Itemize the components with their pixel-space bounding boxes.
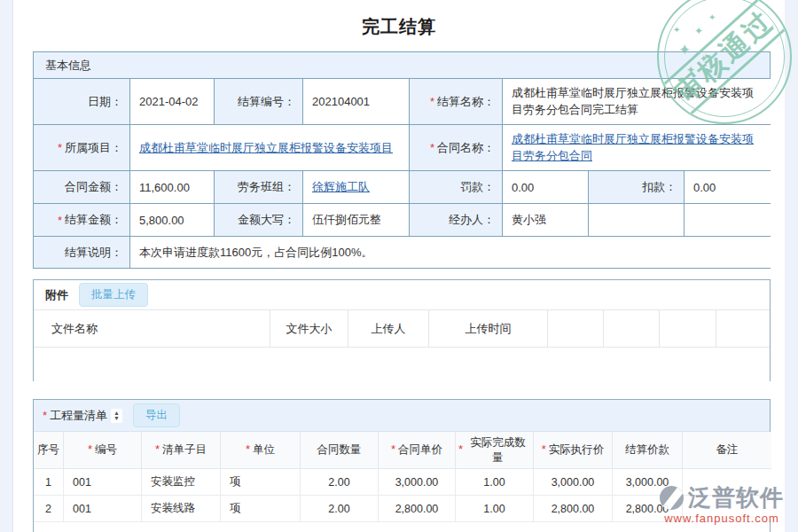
col-contract-price: *合同单价 <box>379 432 456 469</box>
row-seq: 2 <box>34 496 64 522</box>
deduction-label: 扣款： <box>589 171 685 204</box>
note-label: 结算说明： <box>34 237 130 268</box>
amount-words-label: 金额大写： <box>215 204 303 237</box>
empty-column <box>716 310 771 347</box>
row-contract-price: 2,800.00 <box>379 496 456 522</box>
attachments-empty-body <box>34 348 770 381</box>
row-seq: 1 <box>34 469 64 496</box>
file-name-column: 文件名称 <box>34 310 270 347</box>
row-contract-qty: 2.00 <box>301 469 379 496</box>
empty-column <box>660 310 716 347</box>
empty-cell <box>589 204 685 237</box>
row-actual-price: 3,000.00 <box>534 469 613 496</box>
row-settle-amount: 3,000.00 <box>613 469 683 496</box>
contract-name-label: *合同名称： <box>410 125 503 171</box>
file-size-column: 文件大小 <box>270 310 348 347</box>
row-unit: 项 <box>221 496 301 522</box>
boq-panel: * 工程量清单 ▲▼ 导出 序号 *编号 *清单子目 *单位 合同数量 *合同单… <box>33 399 771 532</box>
uploader-column: 上传人 <box>348 310 429 347</box>
col-item: *清单子目 <box>142 432 221 469</box>
row-contract-price: 3,000.00 <box>379 469 456 496</box>
basic-info-grid: 日期： 2021-04-02 结算编号： 202104001 *结算名称： 成都… <box>34 79 770 268</box>
fine-value: 0.00 <box>503 171 589 204</box>
row-item: 安装线路 <box>142 496 221 522</box>
attachments-panel: 附件 批量上传 文件名称 文件大小 上传人 上传时间 <box>33 279 771 381</box>
required-mark: * <box>430 95 434 108</box>
row-actual-qty: 1.00 <box>456 469 534 496</box>
contract-amount-value: 11,600.00 <box>130 171 215 204</box>
col-settle-amount: 结算价款 <box>613 432 683 469</box>
settlement-name-label: *结算名称： <box>410 79 503 125</box>
date-label: 日期： <box>34 79 130 125</box>
attachments-header: 附件 批量上传 <box>34 280 770 309</box>
operator-label: 经办人： <box>410 204 503 237</box>
col-remark: 备注 <box>683 432 771 469</box>
labor-team-link[interactable]: 徐辉施工队 <box>312 179 370 195</box>
empty-cell <box>685 204 771 237</box>
labor-team-label: 劳务班组： <box>215 171 303 204</box>
sort-spinner[interactable]: ▲▼ <box>111 409 122 423</box>
row-code: 001 <box>64 469 142 496</box>
settle-amount-value: 5,800.00 <box>130 204 215 237</box>
contract-link[interactable]: 成都杜甫草堂临时展厅独立展柜报警设备安装项目劳务分包合同 <box>512 131 763 165</box>
boq-section-title: 工程量清单 <box>50 408 107 424</box>
deduction-value: 0.00 <box>685 171 771 204</box>
row-unit: 项 <box>221 469 301 496</box>
col-code: *编号 <box>64 432 142 469</box>
row-item: 安装监控 <box>142 469 221 496</box>
fine-label: 罚款： <box>410 171 503 204</box>
boq-table: 序号 *编号 *清单子目 *单位 合同数量 *合同单价 *实际完成数量 *实际执… <box>34 432 770 522</box>
row-settle-amount: 2,800.00 <box>613 496 683 522</box>
basic-info-section-title: 基本信息 <box>34 52 770 79</box>
empty-column <box>604 310 660 347</box>
settlement-name-value: 成都杜甫草堂临时展厅独立展柜报警设备安装项目劳务分包合同完工结算 <box>503 79 771 125</box>
row-remark <box>683 469 771 496</box>
row-actual-qty: 1.00 <box>456 496 534 522</box>
settlement-no-value: 202104001 <box>303 79 410 125</box>
amount-words-value: 伍仟捌佰元整 <box>303 204 410 237</box>
basic-info-panel: 基本信息 日期： 2021-04-02 结算编号： 202104001 *结算名… <box>33 51 771 269</box>
note-value: 本次申请进度款11600元，占合同比例100%。 <box>130 237 771 268</box>
settle-amount-label: *结算金额： <box>34 204 130 237</box>
contract-amount-label: 合同金额： <box>34 171 130 204</box>
empty-column <box>548 310 604 347</box>
attachments-section-title: 附件 <box>45 287 68 303</box>
page-title: 完工结算 <box>13 0 785 39</box>
col-seq: 序号 <box>34 432 64 469</box>
col-contract-qty: 合同数量 <box>301 432 379 469</box>
date-value: 2021-04-02 <box>130 79 215 125</box>
required-mark: * <box>43 409 47 422</box>
row-actual-price: 2,800.00 <box>534 496 613 522</box>
col-actual-qty: *实际完成数量 <box>456 432 534 469</box>
boq-section-header: * 工程量清单 ▲▼ 导出 <box>34 400 770 432</box>
sort-down-icon: ▼ <box>113 416 120 421</box>
export-button[interactable]: 导出 <box>133 403 180 427</box>
row-contract-qty: 2.00 <box>301 496 379 522</box>
contract-name-value: 成都杜甫草堂临时展厅独立展柜报警设备安装项目劳务分包合同 <box>503 125 771 171</box>
project-label: *所属项目： <box>34 125 130 171</box>
operator-value: 黄小强 <box>503 204 589 237</box>
row-code: 001 <box>64 496 142 522</box>
page-content: 完工结算 基本信息 日期： 2021-04-02 结算编号： 202104001… <box>12 0 785 532</box>
labor-team-value: 徐辉施工队 <box>303 171 410 204</box>
attachments-table-header: 文件名称 文件大小 上传人 上传时间 <box>34 309 770 348</box>
settlement-no-label: 结算编号： <box>215 79 303 125</box>
batch-upload-button[interactable]: 批量上传 <box>79 283 148 307</box>
col-unit: *单位 <box>221 432 301 469</box>
required-mark: * <box>430 141 434 154</box>
required-mark: * <box>58 141 62 154</box>
col-actual-price: *实际执行价 <box>534 432 613 469</box>
row-remark <box>683 496 771 522</box>
project-link[interactable]: 成都杜甫草堂临时展厅独立展柜报警设备安装项目 <box>139 140 393 156</box>
required-mark: * <box>58 214 62 227</box>
project-value: 成都杜甫草堂临时展厅独立展柜报警设备安装项目 <box>130 125 410 171</box>
upload-time-column: 上传时间 <box>429 310 548 347</box>
